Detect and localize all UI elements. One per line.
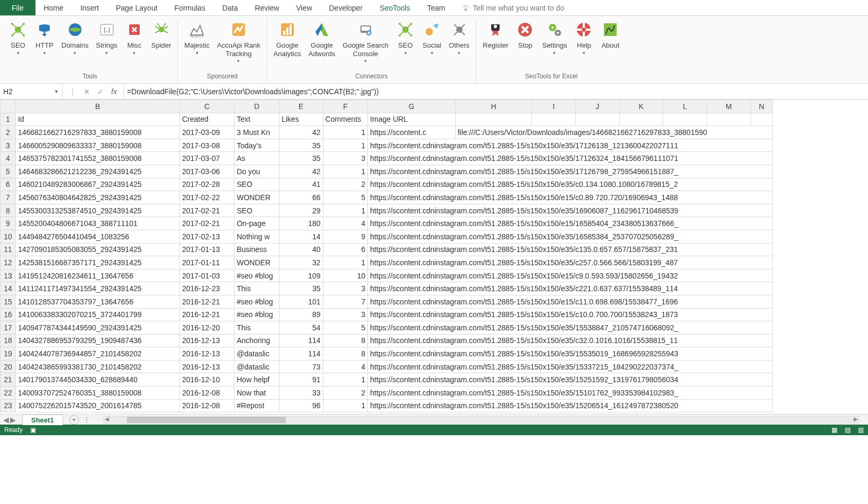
- cell[interactable]: https://scontent.cdninstagram.com/t51.28…: [368, 243, 773, 256]
- cell[interactable]: SEO: [234, 178, 279, 191]
- cell[interactable]: 2016-12-20: [179, 321, 234, 335]
- cell[interactable]: 5: [323, 191, 368, 204]
- row-header[interactable]: 21: [1, 373, 16, 386]
- cell[interactable]: 32: [279, 256, 323, 269]
- cell[interactable]: 35: [279, 282, 323, 295]
- tab-nav-prev-icon[interactable]: ◀: [3, 416, 9, 424]
- spreadsheet-grid[interactable]: BCDEFGHIJKLMN1IdCreatedTextLikesComments…: [0, 100, 868, 414]
- cell[interactable]: 1456076340804642825_2924391425: [15, 191, 179, 204]
- cell[interactable]: 1410063383302070215_3724401799: [15, 308, 179, 321]
- cell[interactable]: 1466821662716297833_3880159008: [15, 126, 179, 139]
- cell[interactable]: 1: [323, 204, 368, 217]
- menu-home[interactable]: Home: [35, 0, 72, 15]
- domains-btn[interactable]: Domains▾: [58, 19, 92, 57]
- cell[interactable]: 6: [323, 243, 368, 256]
- cell[interactable]: 3: [323, 308, 368, 321]
- cell[interactable]: 1404243865993381730_2101458202: [15, 360, 179, 373]
- cell[interactable]: 1410128537704353797_13647656: [15, 295, 179, 308]
- col-header-K[interactable]: K: [619, 100, 663, 113]
- cell[interactable]: @dataslic: [234, 347, 279, 361]
- ga-btn[interactable]: GoogleAnalytics: [270, 19, 304, 59]
- row-header[interactable]: 19: [1, 347, 16, 361]
- tab-options-icon[interactable]: ⋮: [79, 416, 95, 424]
- tab-nav[interactable]: ◀ ▶: [0, 416, 19, 424]
- sheet-tab[interactable]: Sheet1: [22, 415, 63, 425]
- col-header-D[interactable]: D: [234, 100, 279, 113]
- row-header[interactable]: 2: [1, 126, 16, 139]
- cell[interactable]: 1409477874344149590_2924391425: [15, 321, 179, 335]
- cell[interactable]: Business: [234, 243, 279, 256]
- cell[interactable]: 2016-12-23: [179, 282, 234, 295]
- cell[interactable]: 35: [279, 139, 323, 152]
- cell[interactable]: 101: [279, 295, 323, 308]
- cell[interactable]: SEO: [234, 204, 279, 217]
- cell[interactable]: 1400937072524760351_3880159008: [15, 386, 179, 400]
- tab-nav-next-icon[interactable]: ▶: [10, 416, 16, 424]
- strings-btn[interactable]: {..}Strings▾: [93, 19, 120, 57]
- cell[interactable]: Now that: [234, 386, 279, 400]
- cell[interactable]: Comments: [323, 113, 368, 126]
- cell[interactable]: 1401790137445034330_628689440: [15, 373, 179, 386]
- col-header-M[interactable]: M: [707, 100, 751, 113]
- cell[interactable]: 2017-01-03: [179, 269, 234, 282]
- cell[interactable]: 2016-12-13: [179, 347, 234, 361]
- row-header[interactable]: 5: [1, 165, 16, 178]
- http-btn[interactable]: HTTP▾: [32, 19, 57, 57]
- select-all-corner[interactable]: [1, 100, 16, 113]
- cell[interactable]: Image URL: [368, 113, 455, 126]
- cell[interactable]: 1: [323, 399, 368, 412]
- cell[interactable]: 1404327886953793295_1909487436: [15, 334, 179, 347]
- macro-record-icon[interactable]: ▣: [30, 426, 36, 434]
- cell[interactable]: https://scontent.cdninstagram.com/t51.28…: [368, 386, 773, 400]
- menu-review[interactable]: Review: [247, 0, 288, 15]
- cell[interactable]: 114: [279, 334, 323, 347]
- cell[interactable]: 42: [279, 165, 323, 178]
- cell[interactable]: @dataslic: [234, 360, 279, 373]
- cell[interactable]: 1: [323, 165, 368, 178]
- cell[interactable]: 1460210489283006867_2924391425: [15, 178, 179, 191]
- cell[interactable]: Text: [234, 113, 279, 126]
- cell[interactable]: [575, 113, 619, 126]
- cell[interactable]: 2016-12-10: [179, 373, 234, 386]
- cell[interactable]: https://scontent.cdninstagram.com/t51.28…: [368, 321, 773, 335]
- cell[interactable]: 1466005290809633337_3880159008: [15, 139, 179, 152]
- about-btn[interactable]: About: [598, 19, 623, 51]
- cell[interactable]: 54: [279, 321, 323, 335]
- col-header-H[interactable]: H: [455, 100, 532, 113]
- cell[interactable]: https://scontent.cdninstagram.com/t51.28…: [368, 347, 773, 361]
- cell[interactable]: 2: [323, 386, 368, 400]
- cell[interactable]: 1427090185305083055_2924391425: [15, 243, 179, 256]
- cell[interactable]: 1: [323, 126, 368, 139]
- cell[interactable]: 2017-02-13: [179, 230, 234, 243]
- col-header-E[interactable]: E: [279, 100, 323, 113]
- vertical-dots-icon[interactable]: ⋮: [69, 87, 76, 96]
- cell[interactable]: https://scontent.c: [368, 126, 455, 139]
- majestic-btn[interactable]: MAJESTICMajestic▾: [181, 19, 213, 57]
- view-page-icon[interactable]: ▤: [845, 426, 851, 434]
- cell[interactable]: Id: [15, 113, 179, 126]
- cell[interactable]: 2017-03-08: [179, 139, 234, 152]
- cell[interactable]: WONDER: [234, 191, 279, 204]
- row-header[interactable]: 22: [1, 386, 16, 400]
- cell[interactable]: 1: [323, 373, 368, 386]
- cell[interactable]: 109: [279, 269, 323, 282]
- cell[interactable]: 4: [323, 360, 368, 373]
- col-header-F[interactable]: F: [323, 100, 368, 113]
- cancel-formula-icon[interactable]: ✕: [84, 87, 90, 96]
- menu-developer[interactable]: Developer: [321, 0, 372, 15]
- cell[interactable]: https://scontent.cdninstagram.com/t51.28…: [368, 178, 773, 191]
- row-header[interactable]: 3: [1, 139, 16, 152]
- row-header[interactable]: 20: [1, 360, 16, 373]
- col-header-C[interactable]: C: [179, 100, 234, 113]
- cell[interactable]: On-page: [234, 217, 279, 230]
- col-header-B[interactable]: B: [15, 100, 179, 113]
- cell[interactable]: How helpf: [234, 373, 279, 386]
- cell[interactable]: 2017-01-13: [179, 243, 234, 256]
- cell[interactable]: Likes: [279, 113, 323, 126]
- cell[interactable]: 114: [279, 347, 323, 361]
- cell[interactable]: [707, 113, 751, 126]
- cell[interactable]: https://scontent.cdninstagram.com/t51.28…: [368, 165, 773, 178]
- cell[interactable]: 2: [323, 178, 368, 191]
- fx-icon[interactable]: fx: [111, 87, 117, 96]
- cell[interactable]: https://scontent.cdninstagram.com/t51.28…: [368, 269, 773, 282]
